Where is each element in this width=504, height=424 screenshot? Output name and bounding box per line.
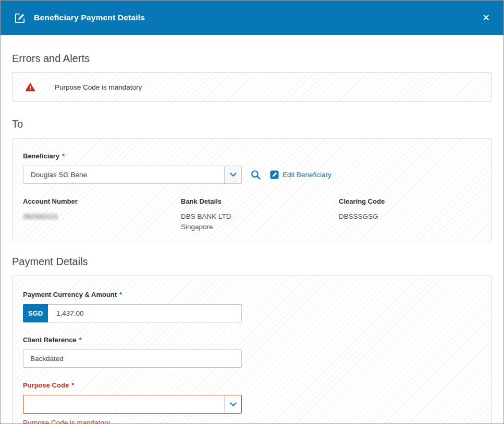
purpose-code-dropdown-button[interactable]	[224, 395, 241, 413]
bank-name: DBS BANK LTD	[181, 211, 339, 222]
bank-details-label: Bank Details	[181, 197, 339, 205]
client-reference-label: Client Reference	[23, 336, 77, 344]
bank-country: Singapore	[181, 222, 339, 232]
bank-details-value: DBS BANK LTD Singapore	[181, 211, 339, 232]
to-panel: Beneficiary* Douglas SG Bene	[12, 138, 492, 242]
currency-amount-group: SGD	[23, 304, 242, 322]
purpose-code-selected-value	[23, 395, 224, 413]
purpose-code-field: Purpose Code* Purpose Code is mandatory	[23, 380, 481, 424]
beneficiary-select[interactable]: Douglas SG Bene	[23, 166, 242, 184]
beneficiary-details-row: Account Number 262332121 Bank Details DB…	[23, 197, 481, 232]
beneficiary-label: Beneficiary	[23, 152, 59, 160]
currency-amount-label: Payment Currency & Amount	[23, 291, 117, 298]
search-beneficiary-button[interactable]	[250, 169, 261, 180]
currency-amount-field: Payment Currency & Amount* SGD	[23, 290, 481, 322]
beneficiary-selected-value: Douglas SG Bene	[23, 166, 224, 183]
account-number-value-masked: 262332121	[23, 211, 181, 222]
clearing-code-field: Clearing Code DBSSSGSG	[339, 197, 497, 232]
edit-compose-icon	[14, 12, 26, 24]
account-number-field: Account Number 262332121	[23, 197, 181, 232]
amount-input[interactable]	[48, 304, 242, 322]
errors-section-heading: Errors and Alerts	[12, 53, 492, 65]
purpose-code-select[interactable]	[23, 395, 242, 414]
beneficiary-row: Douglas SG Bene	[23, 166, 481, 184]
to-section-heading: To	[12, 118, 492, 130]
modal-header: Beneficiary Payment Details ✕	[1, 1, 503, 35]
edit-pencil-icon	[270, 170, 279, 179]
payment-panel: Payment Currency & Amount* SGD Client Re…	[12, 276, 492, 424]
chevron-down-icon	[230, 172, 237, 177]
beneficiary-payment-details-modal: Beneficiary Payment Details ✕ Errors and…	[0, 0, 504, 424]
edit-beneficiary-label: Edit Beneficiary	[282, 171, 331, 179]
search-icon	[250, 169, 261, 180]
modal-title: Beneficiary Payment Details	[34, 13, 145, 22]
required-marker: *	[79, 336, 82, 344]
warning-triangle-icon	[25, 82, 35, 92]
client-reference-input[interactable]	[23, 350, 242, 368]
payment-section-heading: Payment Details	[12, 256, 492, 268]
beneficiary-field: Beneficiary* Douglas SG Bene	[23, 151, 481, 184]
required-marker: *	[62, 152, 65, 160]
account-number-label: Account Number	[23, 197, 181, 205]
modal-body: Errors and Alerts Purpose Code is mandat…	[1, 53, 503, 424]
close-icon[interactable]: ✕	[482, 13, 490, 22]
clearing-code-label: Clearing Code	[339, 197, 497, 205]
chevron-down-icon	[230, 402, 237, 407]
required-marker: *	[71, 381, 74, 389]
bank-details-field: Bank Details DBS BANK LTD Singapore	[181, 197, 339, 232]
alert-message: Purpose Code is mandatory	[55, 83, 142, 91]
currency-code-badge[interactable]: SGD	[23, 304, 48, 322]
client-reference-field: Client Reference*	[23, 335, 481, 368]
purpose-code-label: Purpose Code	[23, 381, 69, 389]
purpose-code-error-message: Purpose Code is mandatory	[23, 419, 481, 424]
edit-beneficiary-link[interactable]: Edit Beneficiary	[270, 170, 331, 179]
beneficiary-dropdown-button[interactable]	[224, 166, 241, 183]
alert-panel: Purpose Code is mandatory	[12, 72, 492, 102]
required-marker: *	[119, 291, 122, 298]
clearing-code-value: DBSSSGSG	[339, 211, 497, 222]
